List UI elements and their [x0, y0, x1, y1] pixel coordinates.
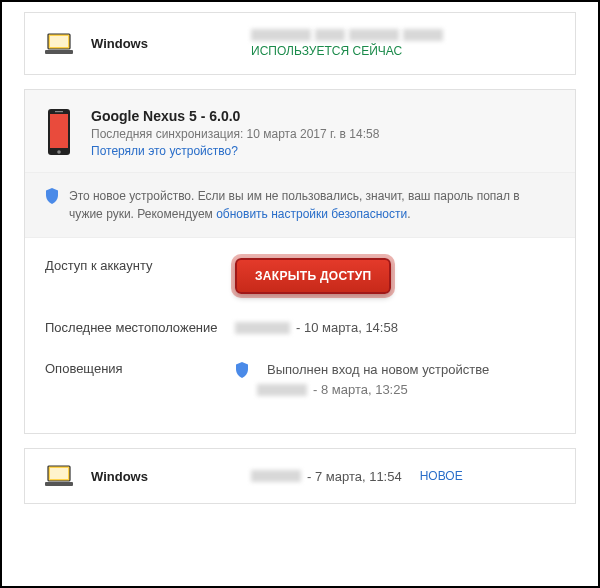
last-sync-text: Последняя синхронизация: 10 марта 2017 г…	[91, 127, 379, 141]
notif-text: Выполнен вход на новом устройстве	[267, 362, 489, 377]
device-detail-header: Google Nexus 5 - 6.0.0 Последняя синхрон…	[25, 90, 575, 173]
shield-icon	[45, 188, 59, 204]
status-current: ИСПОЛЬЗУЕТСЯ СЕЙЧАС	[251, 44, 555, 58]
laptop-icon	[45, 33, 73, 55]
lost-device-link[interactable]: Потеряли это устройство?	[91, 144, 238, 158]
new-badge: НОВОЕ	[420, 469, 463, 483]
security-info-strip: Это новое устройство. Если вы им не поль…	[25, 173, 575, 238]
redacted-text	[257, 384, 307, 396]
device-detail-card: Google Nexus 5 - 6.0.0 Последняя синхрон…	[24, 89, 576, 434]
row-account-access: Доступ к аккаунту ЗАКРЫТЬ ДОСТУП	[45, 258, 555, 294]
location-label: Последнее местоположение	[45, 320, 235, 335]
info-suffix: .	[407, 207, 410, 221]
shield-icon	[235, 362, 249, 378]
device-card-windows-bottom[interactable]: Windows - 7 марта, 11:54 НОВОЕ	[24, 448, 576, 504]
device-name: Windows	[91, 36, 251, 51]
svg-rect-8	[50, 468, 68, 479]
svg-point-5	[57, 150, 61, 154]
device-date: - 7 марта, 11:54	[307, 469, 402, 484]
device-activity-panel: Windows ИСПОЛЬЗУЕТСЯ СЕЙЧАС	[0, 0, 600, 588]
device-name: Windows	[91, 469, 251, 484]
notif-date: - 8 марта, 13:25	[313, 382, 408, 397]
phone-icon	[45, 108, 73, 156]
laptop-icon	[45, 465, 73, 487]
redacted-text	[235, 322, 290, 334]
notif-label: Оповещения	[45, 361, 235, 376]
svg-rect-1	[50, 36, 68, 47]
device-card-windows-top[interactable]: Windows ИСПОЛЬЗУЕТСЯ СЕЙЧАС	[24, 12, 576, 75]
location-date: - 10 марта, 14:58	[296, 320, 398, 335]
svg-rect-2	[45, 50, 73, 54]
svg-rect-4	[50, 114, 68, 148]
revoke-access-button[interactable]: ЗАКРЫТЬ ДОСТУП	[235, 258, 391, 294]
svg-rect-6	[55, 111, 63, 112]
redacted-text	[251, 470, 301, 482]
device-title: Google Nexus 5 - 6.0.0	[91, 108, 379, 124]
svg-rect-9	[45, 482, 73, 486]
update-security-link[interactable]: обновить настройки безопасности	[216, 207, 407, 221]
row-last-location: Последнее местоположение - 10 марта, 14:…	[45, 320, 555, 335]
access-label: Доступ к аккаунту	[45, 258, 235, 273]
row-notifications: Оповещения Выполнен вход на новом устрой…	[45, 361, 555, 397]
redacted-text	[251, 29, 555, 41]
